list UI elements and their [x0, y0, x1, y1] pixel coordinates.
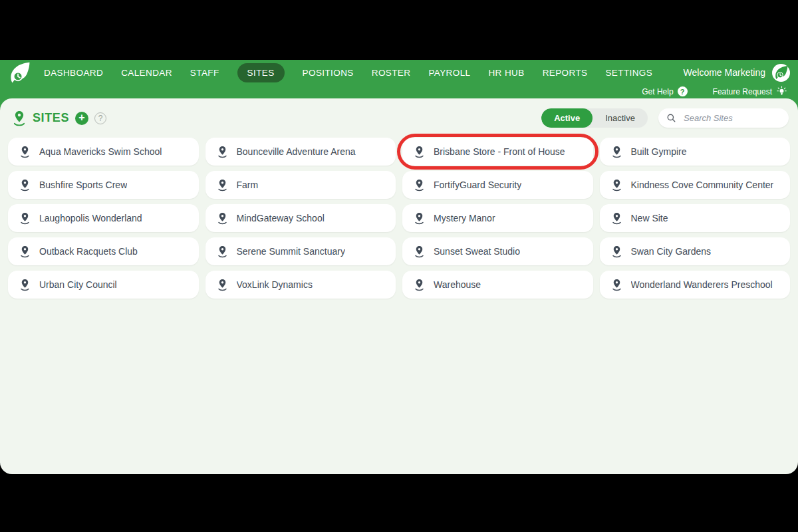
filter-active-button[interactable]: Active — [541, 108, 593, 128]
site-card[interactable]: Sunset Sweat Studio — [402, 237, 593, 265]
nav-item-dashboard[interactable]: DASHBOARD — [44, 63, 103, 82]
site-name: MindGateway School — [237, 213, 325, 223]
nav-item-reports[interactable]: REPORTS — [543, 63, 588, 82]
site-name: Urban City Council — [39, 279, 117, 290]
nav-item-payroll[interactable]: PAYROLL — [428, 63, 470, 82]
site-name: Swan City Gardens — [631, 246, 712, 257]
location-pin-icon — [19, 179, 31, 192]
sites-grid: Aqua Mavericks Swim SchoolBounceville Ad… — [0, 136, 798, 299]
site-card[interactable]: Urban City Council — [8, 271, 199, 299]
site-name: Brisbane Store - Front of House — [434, 146, 565, 157]
help-question-icon: ? — [678, 86, 688, 96]
site-card[interactable]: Kindness Cove Community Center — [600, 171, 791, 199]
lightbulb-icon — [776, 86, 787, 97]
get-help-label: Get Help — [642, 87, 673, 96]
site-card[interactable]: Bounceville Adventure Arena — [205, 138, 396, 166]
site-card[interactable]: New Site — [600, 204, 791, 232]
site-name: Bounceville Adventure Arena — [237, 146, 356, 157]
site-card[interactable]: Laughopolis Wonderland — [8, 204, 199, 232]
nav-item-hr-hub[interactable]: HR HUB — [488, 63, 524, 82]
content-header: SITES + ? Active Inactive — [0, 98, 798, 136]
site-name: Aqua Mavericks Swim School — [39, 146, 162, 157]
location-pin-icon — [217, 179, 228, 192]
site-name: Mystery Manor — [434, 213, 495, 223]
get-help-link[interactable]: Get Help ? — [642, 86, 687, 96]
location-pin-icon — [611, 245, 622, 258]
location-pin-icon — [414, 245, 425, 258]
search-icon — [666, 113, 676, 123]
add-site-button[interactable]: + — [75, 112, 88, 125]
search-input[interactable] — [682, 112, 775, 124]
location-pin-icon — [19, 279, 31, 291]
location-pin-icon — [19, 146, 31, 158]
location-pin-icon — [414, 179, 425, 192]
nav-item-roster[interactable]: ROSTER — [372, 63, 411, 82]
page-help-icon[interactable]: ? — [94, 112, 106, 124]
feature-request-link[interactable]: Feature Request — [713, 86, 787, 97]
site-name: VoxLink Dynamics — [237, 279, 313, 290]
nav-item-settings[interactable]: SETTINGS — [605, 63, 652, 82]
sites-pin-icon — [12, 110, 27, 126]
location-pin-icon — [217, 245, 228, 258]
search-box[interactable] — [658, 108, 789, 128]
top-nav: DASHBOARDCALENDARSTAFFSITESPOSITIONSROST… — [0, 60, 798, 85]
location-pin-icon — [217, 279, 228, 291]
site-name: Built Gympire — [631, 146, 687, 157]
active-inactive-toggle: Active Inactive — [541, 108, 648, 128]
site-name: Bushfire Sports Crew — [39, 180, 127, 190]
site-card[interactable]: Brisbane Store - Front of House — [402, 138, 593, 166]
site-card[interactable]: Farm — [205, 171, 396, 199]
location-pin-icon — [611, 179, 622, 192]
site-name: Outback Racquets Club — [39, 246, 138, 257]
nav-item-staff[interactable]: STAFF — [190, 63, 219, 82]
site-card[interactable]: Warehouse — [402, 271, 593, 299]
site-card[interactable]: MindGateway School — [205, 204, 396, 232]
site-name: Laughopolis Wonderland — [39, 213, 142, 223]
site-name: Farm — [237, 180, 259, 190]
welcome-text: Welcome Marketing — [684, 67, 765, 78]
sub-nav: Get Help ? Feature Request — [0, 84, 798, 98]
site-card[interactable]: Mystery Manor — [402, 204, 593, 232]
nav-item-calendar[interactable]: CALENDAR — [121, 63, 172, 82]
feature-request-label: Feature Request — [713, 87, 772, 96]
location-pin-icon — [611, 212, 622, 225]
app-logo-icon[interactable] — [8, 61, 32, 84]
location-pin-icon — [611, 279, 622, 291]
main-nav: DASHBOARDCALENDARSTAFFSITESPOSITIONSROST… — [44, 63, 652, 82]
site-card[interactable]: Aqua Mavericks Swim School — [8, 138, 199, 166]
site-name: Sunset Sweat Studio — [434, 246, 520, 257]
location-pin-icon — [414, 146, 425, 158]
page-title: SITES — [33, 111, 69, 125]
screen: DASHBOARDCALENDARSTAFFSITESPOSITIONSROST… — [0, 0, 798, 532]
location-pin-icon — [611, 146, 622, 158]
site-card[interactable]: Swan City Gardens — [600, 237, 791, 265]
site-name: Wonderland Wanderers Preschool — [631, 279, 773, 290]
site-card[interactable]: Serene Summit Sanctuary — [205, 237, 396, 265]
location-pin-icon — [19, 212, 31, 225]
site-card[interactable]: VoxLink Dynamics — [205, 271, 396, 299]
location-pin-icon — [414, 212, 425, 225]
user-avatar[interactable] — [772, 64, 790, 82]
filter-inactive-button[interactable]: Inactive — [593, 108, 648, 128]
site-card[interactable]: Bushfire Sports Crew — [8, 171, 199, 199]
site-name: New Site — [631, 213, 668, 223]
content-panel: SITES + ? Active Inactive — [0, 98, 798, 474]
location-pin-icon — [19, 245, 31, 258]
site-name: FortifyGuard Security — [434, 180, 521, 190]
site-name: Serene Summit Sanctuary — [237, 246, 345, 257]
site-card[interactable]: Outback Racquets Club — [8, 237, 199, 265]
nav-item-sites[interactable]: SITES — [237, 63, 285, 82]
site-name: Warehouse — [434, 279, 481, 290]
location-pin-icon — [414, 279, 425, 291]
site-card[interactable]: Wonderland Wanderers Preschool — [600, 271, 791, 299]
site-name: Kindness Cove Community Center — [631, 180, 774, 190]
nav-item-positions[interactable]: POSITIONS — [303, 63, 354, 82]
site-card[interactable]: FortifyGuard Security — [402, 171, 593, 199]
location-pin-icon — [217, 146, 228, 158]
site-card[interactable]: Built Gympire — [600, 138, 791, 166]
location-pin-icon — [217, 212, 228, 225]
